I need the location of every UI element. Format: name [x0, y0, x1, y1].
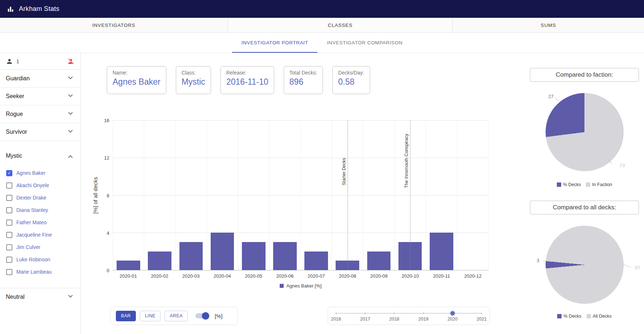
- faction-pie[interactable]: [546, 93, 624, 171]
- legend-label: % Decks: [563, 314, 581, 319]
- bar-column: [269, 120, 300, 270]
- checkbox[interactable]: [6, 220, 12, 226]
- bar-chart-area: [%] of all decks 1612840 Starter DecksTh…: [91, 120, 525, 270]
- sub-tab-bar: INVESTIGATOR PORTRAIT INVESTIGATOR COMPA…: [0, 33, 644, 53]
- card-value: 0.58: [338, 77, 364, 87]
- slider-tick: [481, 313, 482, 314]
- chevron-down-icon: [66, 127, 74, 137]
- checkbox[interactable]: [6, 207, 12, 213]
- bar-2020-03[interactable]: [179, 242, 203, 270]
- card-value: 2016-11-10: [226, 77, 268, 87]
- bar-2020-11[interactable]: [430, 233, 453, 270]
- checkbox[interactable]: [6, 182, 12, 189]
- person-off-icon: [67, 58, 74, 65]
- bar-2020-09[interactable]: [367, 251, 391, 270]
- bar-2020-01[interactable]: [117, 261, 140, 270]
- y-tick-label: 16: [104, 118, 109, 123]
- x-tick-label: 2020-11: [426, 270, 457, 279]
- investigator-row-2[interactable]: Dexter Drake: [0, 192, 80, 204]
- all-decks-pie-wrap: 3 97: [546, 226, 624, 304]
- all-decks-pie-rest: 97: [635, 265, 640, 270]
- tab-investigators[interactable]: INVESTIGATORS: [0, 18, 228, 32]
- legend-label: % Decks: [563, 182, 581, 187]
- investigator-name: Luke Robinson: [16, 257, 50, 262]
- faction-pie-wrap: 27 73: [546, 93, 624, 171]
- year-slider-dot[interactable]: [450, 311, 455, 315]
- x-tick-label: 2020-06: [269, 270, 300, 279]
- sidebar-section-seeker[interactable]: Seeker: [0, 88, 80, 105]
- year-label-2016: 2016: [331, 317, 341, 322]
- bar-2020-04[interactable]: [211, 233, 234, 270]
- main-tab-bar: INVESTIGATORS CLASSES SUMS: [0, 18, 644, 33]
- sidebar-section-mystic[interactable]: Mystic: [0, 147, 80, 165]
- card-label: Decks/Day:: [338, 70, 364, 76]
- sidebar-section-neutral[interactable]: Neutral: [0, 288, 80, 306]
- chart-controls-row: BAR LINE AREA [%] 2016201720182019202020…: [110, 307, 525, 325]
- checkbox[interactable]: [6, 269, 12, 275]
- bar-2020-02[interactable]: [148, 251, 171, 270]
- chevron-down-icon: [66, 292, 74, 302]
- bar-2020-07[interactable]: [304, 251, 328, 270]
- chart-type-area-button[interactable]: AREA: [165, 311, 188, 321]
- page-content: 1 Guardian Seeker Rogue Survivor Mystic: [0, 53, 644, 334]
- info-card-total-decks: Total Decks: 896: [284, 66, 323, 94]
- card-label: Total Decks:: [289, 70, 317, 76]
- y-tick-label: 4: [107, 230, 109, 236]
- investigator-name: Father Mateo: [16, 220, 46, 225]
- sidebar-section-rogue[interactable]: Rogue: [0, 105, 80, 123]
- investigator-row-8[interactable]: Marie Lambeau: [0, 266, 80, 278]
- subtab-investigator-portrait[interactable]: INVESTIGATOR PORTRAIT: [232, 33, 318, 53]
- toggle-knob: [202, 312, 209, 319]
- checkbox[interactable]: [6, 257, 12, 263]
- tab-sums[interactable]: SUMS: [453, 18, 644, 32]
- investigator-row-1[interactable]: Akachi Onyele: [0, 179, 80, 192]
- percent-toggle[interactable]: [195, 312, 208, 319]
- slider-tick: [336, 313, 336, 314]
- bar-column: [175, 120, 206, 270]
- bar-2020-05[interactable]: [242, 242, 266, 270]
- percent-toggle-label: [%]: [215, 313, 223, 319]
- chart-type-line-button[interactable]: LINE: [140, 311, 161, 321]
- tab-classes[interactable]: CLASSES: [228, 18, 453, 32]
- bar-column: [207, 120, 238, 270]
- chevron-down-icon: [66, 92, 74, 101]
- investigator-row-4[interactable]: Father Mateo: [0, 216, 80, 229]
- investigator-row-5[interactable]: Jacqueline Fine: [0, 229, 80, 241]
- year-label-2019: 2019: [418, 317, 429, 322]
- subtab-investigator-comparison[interactable]: INVESTIGATOR COMPARISON: [317, 33, 412, 53]
- bar-column: [238, 120, 269, 270]
- checkbox[interactable]: [6, 170, 12, 176]
- pie-label-line: [555, 98, 559, 102]
- sidebar-section-guardian[interactable]: Guardian: [0, 70, 80, 88]
- sidebar-section-survivor[interactable]: Survivor: [0, 123, 80, 141]
- investigator-name: Akachi Onyele: [16, 182, 49, 188]
- y-tick-label: 0: [107, 268, 109, 273]
- investigator-row-0[interactable]: Agnes Baker: [0, 167, 80, 179]
- deselect-all-button[interactable]: [67, 58, 74, 65]
- investigator-name: Jim Culver: [16, 244, 40, 250]
- investigator-row-3[interactable]: Diana Stanley: [0, 204, 80, 216]
- y-tick-label: 12: [104, 155, 109, 161]
- checkbox[interactable]: [6, 195, 12, 201]
- investigator-name: Agnes Baker: [16, 170, 45, 176]
- checkbox[interactable]: [6, 244, 12, 250]
- card-value: 896: [289, 77, 317, 87]
- faction-pie-value: 27: [548, 94, 554, 99]
- year-label-2017: 2017: [360, 317, 370, 322]
- app-header: Arkham Stats: [0, 0, 644, 18]
- year-slider-track[interactable]: [336, 313, 482, 314]
- checkbox[interactable]: [6, 232, 12, 238]
- bar-column: [300, 120, 332, 270]
- legend-label: All Decks: [593, 314, 612, 319]
- x-tick-label: 2020-08: [332, 270, 363, 279]
- all-decks-pie[interactable]: [546, 226, 624, 304]
- slider-tick: [423, 313, 424, 314]
- bar-columns: [113, 120, 489, 270]
- section-label: Neutral: [6, 294, 25, 300]
- bar-2020-06[interactable]: [273, 242, 297, 270]
- investigator-row-6[interactable]: Jim Culver: [0, 241, 80, 253]
- chart-type-bar-button[interactable]: BAR: [116, 311, 136, 321]
- info-card-name: Name: Agnes Baker: [107, 66, 166, 94]
- info-card-decks-per-day: Decks/Day: 0.58: [332, 66, 370, 94]
- investigator-row-7[interactable]: Luke Robinson: [0, 253, 80, 266]
